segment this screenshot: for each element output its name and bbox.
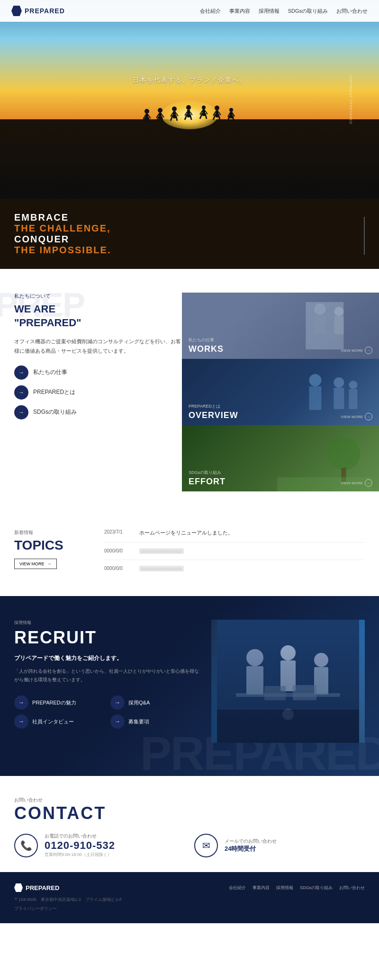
tagline-divider <box>364 217 365 255</box>
tagline-line3: CONQUER <box>14 234 345 245</box>
svg-line-39 <box>233 116 234 121</box>
recruit-btn-label-charm: PREPAREDの魅力 <box>32 699 76 706</box>
recruit-btn-label-interview: 社員インタビュー <box>32 718 74 725</box>
recruit-btn-charm[interactable]: → PREPAREDの魅力 <box>14 695 106 710</box>
hero-silhouettes <box>137 90 242 123</box>
svg-rect-44 <box>315 315 326 334</box>
about-left: PREP 私たちについて WE ARE "PREPARED" オフィス機器のご提… <box>0 293 182 491</box>
card-overview-label: PREPAREDとは <box>189 403 238 410</box>
nav-item-company[interactable]: 会社紹介 <box>200 8 221 15</box>
svg-point-30 <box>215 106 219 110</box>
card-overview-title: OVERVIEW <box>189 410 238 420</box>
contact-phone-label: お電話でのお問い合わせ <box>45 833 115 839</box>
card-works-title: WORKS <box>189 344 224 354</box>
silhouettes-svg <box>137 90 242 123</box>
main-nav: 会社紹介 事業内容 採用情報 SDGsの取り組み お問い合わせ <box>200 8 368 15</box>
card-works-link[interactable]: VIEW MORE → <box>341 347 372 354</box>
topics-date-0: 2023/7/1 <box>104 529 133 535</box>
recruit-arrow-charm: → <box>14 695 28 710</box>
hero-ground <box>0 119 379 199</box>
footer-nav: 会社紹介 事業内容 採用情報 SDGsの取り組み お問い合わせ <box>229 885 365 891</box>
contact-mail-sub: 24時間受付 <box>225 845 277 853</box>
footer-privacy[interactable]: プライバシーポリシー <box>14 906 365 912</box>
card-works-content: 私たちの仕事 WORKS <box>189 337 224 354</box>
footer-nav-business[interactable]: 事業内容 <box>253 885 270 891</box>
recruit-btn-qa[interactable]: → 採用Q&A <box>110 695 202 710</box>
topics-item-0[interactable]: 2023/7/1 ホームページをリニューアルしました。 <box>104 529 365 536</box>
nav-item-contact[interactable]: お問い合わせ <box>336 8 368 15</box>
about-btn-overview[interactable]: → PREPAREDとは <box>14 385 182 400</box>
card-effort[interactable]: SDGsの取り組み EFFORT VIEW MORE → <box>182 425 379 491</box>
contact-card-mail[interactable]: ✉ メールでのお問い合わせ 24時間受付 <box>194 833 365 858</box>
footer-nav-sdgs[interactable]: SDGsの取り組み <box>300 885 333 891</box>
topics-title: TOPICS <box>14 538 90 553</box>
topics-text-1: oooooooooooooo <box>139 548 184 554</box>
contact-label: お問い合わせ <box>14 797 365 803</box>
footer-nav-contact[interactable]: お問い合わせ <box>339 885 365 891</box>
copyright: COPYRIGHT ©PREPARED <box>350 74 353 125</box>
view-more-arrow: → <box>47 561 52 566</box>
card-works-label: 私たちの仕事 <box>189 337 224 343</box>
topics-item-1[interactable]: 0000/0/0 oooooooooooooo <box>104 548 365 554</box>
nav-item-sdgs[interactable]: SDGsの取り組み <box>288 8 328 15</box>
card-works[interactable]: 私たちの仕事 WORKS VIEW MORE → <box>182 293 379 359</box>
footer-nav-company[interactable]: 会社紹介 <box>229 885 246 891</box>
tagline-line4: THE IMPOSSIBLE. <box>14 245 345 256</box>
topics-view-more[interactable]: VIEW MORE → <box>14 559 57 569</box>
contact-mail-info: メールでのお問い合わせ 24時間受付 <box>225 838 277 853</box>
svg-line-27 <box>205 113 207 119</box>
about-description: オフィス機器のご提案や経費削減のコンサルティングなどを行い、お客様に価値ある商品… <box>14 337 182 356</box>
card-effort-label: SDGsの取り組み <box>189 470 226 476</box>
nav-item-recruit[interactable]: 採用情報 <box>259 8 280 15</box>
phone-icon: 📞 <box>14 834 38 857</box>
svg-rect-25 <box>202 109 205 116</box>
svg-point-53 <box>327 437 361 470</box>
card-effort-link-text: VIEW MORE <box>341 481 363 485</box>
topics-separator-1 <box>104 542 365 543</box>
svg-line-15 <box>176 115 177 121</box>
about-btn-sdgs[interactable]: → SDGsの取り組み <box>14 405 182 419</box>
footer: PREPARED 会社紹介 事業内容 採用情報 SDGsの取り組み お問い合わせ… <box>0 872 379 923</box>
recruit-catchphrase: プリペアードで働く魅力をご紹介します。 <box>14 654 202 662</box>
contact-header: お問い合わせ CONTACT <box>14 797 365 823</box>
card-overview-arrow: → <box>365 413 372 420</box>
svg-point-0 <box>144 109 149 114</box>
recruit-left: 採用情報 RECRUIT プリペアードで働く魅力をご紹介します。 「人が誇れる会… <box>14 620 202 743</box>
svg-point-24 <box>202 106 206 109</box>
card-effort-arrow: → <box>365 479 372 487</box>
svg-rect-13 <box>173 111 176 118</box>
svg-rect-37 <box>230 112 233 118</box>
topics-item-2[interactable]: 0000/0/0 oooooooooooooo <box>104 566 365 571</box>
card-overview-link[interactable]: VIEW MORE → <box>341 413 372 420</box>
contact-cards: 📞 お電話でのお問い合わせ 0120-910-532 営業時間9:00-18:0… <box>14 833 365 858</box>
nav-item-business[interactable]: 事業内容 <box>229 8 250 15</box>
recruit-btn-label-requirements: 募集要項 <box>128 718 149 725</box>
card-overview-link-text: VIEW MORE <box>341 415 363 419</box>
about-btn-label-works: 私たちの仕事 <box>33 368 67 376</box>
footer-logo: PREPARED <box>14 883 59 892</box>
svg-point-51 <box>349 381 358 389</box>
logo[interactable]: PREPARED <box>11 6 65 16</box>
footer-address: 〒104-0045 東京都中央区築地1-2 プライム築地ビルF <box>14 897 365 903</box>
svg-point-18 <box>186 105 191 110</box>
recruit-title: RECRUIT <box>14 628 202 648</box>
recruit-description: 「人が誇れる会社を創る」という思いから、社員一人ひとりがやりがいと安心感を得なが… <box>14 667 202 684</box>
recruit-buttons: → PREPAREDの魅力 → 採用Q&A → 社員インタビュー → 募集要項 <box>14 695 202 729</box>
footer-nav-recruit[interactable]: 採用情報 <box>276 885 293 891</box>
card-overview[interactable]: PREPAREDとは OVERVIEW VIEW MORE → <box>182 359 379 425</box>
about-btn-label-overview: PREPAREDとは <box>33 388 75 396</box>
card-effort-title: EFFORT <box>189 477 226 487</box>
hero-background: 日本を代表する、ブランド企業へ。 COPYRIGHT ©PREPARED <box>0 0 379 199</box>
svg-rect-50 <box>334 388 344 409</box>
card-works-arrow: → <box>365 347 372 354</box>
about-btn-works[interactable]: → 私たちの仕事 <box>14 365 182 380</box>
tagline-text: EMBRACE THE CHALLENGE, CONQUER THE IMPOS… <box>14 212 345 256</box>
contact-card-phone[interactable]: 📞 お電話でのお問い合わせ 0120-910-532 営業時間9:00-18:0… <box>14 833 185 858</box>
svg-point-43 <box>315 303 326 315</box>
recruit-btn-interview[interactable]: → 社員インタビュー <box>14 714 106 729</box>
footer-logo-icon <box>14 883 23 892</box>
recruit-btn-requirements[interactable]: → 募集要項 <box>110 714 202 729</box>
svg-point-45 <box>334 307 344 316</box>
card-effort-link[interactable]: VIEW MORE → <box>341 479 372 487</box>
svg-point-47 <box>309 374 322 386</box>
